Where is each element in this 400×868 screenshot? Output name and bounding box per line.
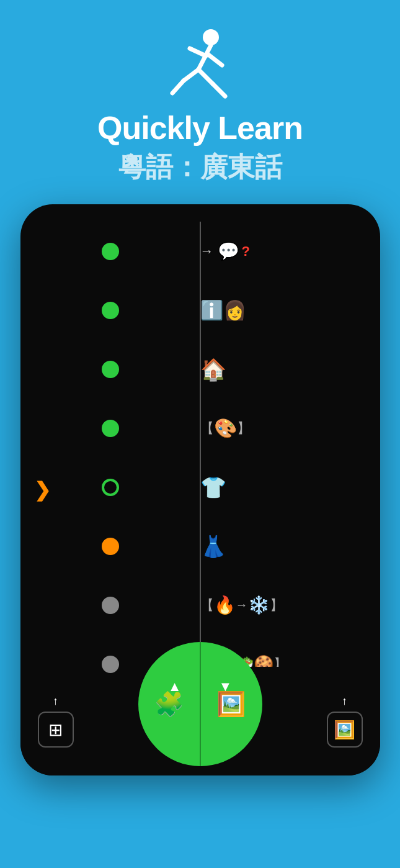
dot-3 xyxy=(102,361,119,378)
phone-mockup: ❯ → 💬 ? ℹ️👩 xyxy=(20,204,380,813)
dot-col-2 xyxy=(20,302,200,319)
content-7: 【 🔥 → ❄️ 】 xyxy=(200,595,380,615)
left-bottom-btn[interactable]: ↑ ⊞ xyxy=(38,695,74,748)
hero-subtitle: 粵語：廣東話 xyxy=(118,149,282,186)
svg-line-3 xyxy=(190,48,206,56)
puzzle-btn[interactable]: 🧩 xyxy=(138,642,200,766)
side-chevron[interactable]: ❯ xyxy=(34,478,51,502)
dot-7 xyxy=(102,597,119,614)
dot-col-7 xyxy=(20,597,200,614)
right-arrow-up: ↑ xyxy=(342,695,347,708)
dot-col-4 xyxy=(20,420,200,437)
nav-up[interactable]: ▲ xyxy=(168,679,182,695)
svg-line-4 xyxy=(184,70,198,81)
nav-down[interactable]: ▼ xyxy=(219,679,233,695)
runner-icon xyxy=(166,25,234,102)
dot-col-6 xyxy=(20,538,200,555)
svg-line-5 xyxy=(172,81,184,93)
svg-point-0 xyxy=(203,29,219,45)
left-icon-box: ⊞ xyxy=(38,712,74,748)
puzzle-plus-icon: ⊞ xyxy=(48,720,63,740)
dot-col-3 xyxy=(20,361,200,378)
hero-section: Quickly Learn 粵語：廣東話 xyxy=(0,0,400,210)
dot-6 xyxy=(102,538,119,555)
dot-2 xyxy=(102,302,119,319)
dot-8 xyxy=(102,656,119,673)
timeline-item-3[interactable]: 🏠 xyxy=(20,340,380,399)
dot-4 xyxy=(102,420,119,437)
svg-line-7 xyxy=(213,84,225,96)
left-arrow-up: ↑ xyxy=(53,695,58,708)
nav-arrows: ▲ ▼ xyxy=(168,679,233,695)
timeline-item-4[interactable]: 【🎨】 xyxy=(20,399,380,458)
gallery-btn[interactable]: 🖼️ xyxy=(200,642,262,766)
timeline-item-7[interactable]: 【 🔥 → ❄️ 】 xyxy=(20,576,380,635)
svg-line-2 xyxy=(208,55,222,65)
content-4: 【🎨】 xyxy=(200,417,380,439)
content-1: → 💬 ? xyxy=(200,241,380,261)
content-3: 🏠 xyxy=(200,357,380,382)
svg-line-6 xyxy=(198,70,213,84)
timeline-item-2[interactable]: ℹ️👩 xyxy=(20,281,380,340)
content-2: ℹ️👩 xyxy=(200,299,380,321)
hero-title: Quickly Learn xyxy=(97,109,303,147)
green-circle-btn[interactable]: 🧩 🖼️ xyxy=(138,642,262,766)
dot-5 xyxy=(102,479,119,496)
timeline-item-5[interactable]: 👕 xyxy=(20,458,380,517)
content-6: 👗 xyxy=(200,534,380,559)
timeline-item-6[interactable]: 👗 xyxy=(20,517,380,576)
right-icon-box: 🖼️ xyxy=(327,712,363,748)
center-action-btn[interactable]: 🧩 🖼️ xyxy=(138,642,262,766)
dot-col-1 xyxy=(20,243,200,260)
dot-1 xyxy=(102,243,119,260)
content-5: 👕 xyxy=(200,475,380,500)
timeline-item-1[interactable]: → 💬 ? xyxy=(20,222,380,281)
phone-frame: ❯ → 💬 ? ℹ️👩 xyxy=(20,204,380,775)
right-bottom-btn[interactable]: ↑ 🖼️ xyxy=(327,695,363,748)
image-gallery-icon: 🖼️ xyxy=(334,720,355,740)
